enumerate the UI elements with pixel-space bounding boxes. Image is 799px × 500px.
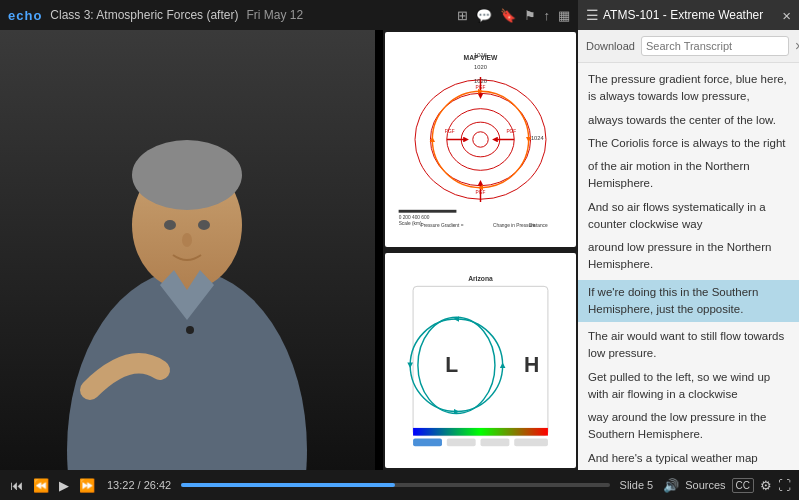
close-transcript-button[interactable]: ×: [795, 38, 799, 54]
transcript-block[interactable]: The air would want to still flow towards…: [588, 328, 789, 363]
chat-icon[interactable]: 💬: [476, 8, 492, 23]
svg-rect-10: [389, 48, 572, 231]
download-button[interactable]: Download: [586, 40, 635, 52]
rewind-button[interactable]: ⏪: [31, 478, 51, 493]
svg-rect-44: [481, 439, 510, 447]
sources-button[interactable]: Sources: [685, 479, 725, 491]
svg-point-9: [186, 326, 194, 334]
svg-text:1016: 1016: [474, 52, 487, 58]
svg-text:Pressure Gradient =: Pressure Gradient =: [420, 223, 463, 228]
slide-indicator: Slide 5: [620, 479, 654, 491]
close-panel-icon[interactable]: ×: [782, 7, 791, 24]
right-panel: Download × The pressure gradient force, …: [578, 30, 799, 470]
grid-icon[interactable]: ⊞: [457, 8, 468, 23]
svg-rect-41: [413, 428, 548, 436]
echo-logo: echo: [8, 8, 42, 23]
slide-panel: MAP VIEW 1016 1020 1020 1024: [383, 30, 578, 470]
slide-bottom-svg: Arizona L H: [389, 257, 572, 464]
svg-point-7: [198, 220, 210, 230]
svg-rect-42: [413, 439, 442, 447]
transcript-block[interactable]: The pressure gradient force, blue here, …: [588, 71, 789, 106]
svg-rect-43: [447, 439, 476, 447]
svg-text:PGF: PGF: [445, 129, 455, 134]
hamburger-icon: ☰: [586, 7, 599, 23]
cc-button[interactable]: CC: [732, 478, 754, 493]
slide-bottom-frame[interactable]: Arizona L H: [385, 253, 576, 468]
svg-text:H: H: [524, 353, 539, 376]
svg-rect-35: [389, 269, 572, 452]
play-pause-button[interactable]: ▶: [57, 478, 71, 493]
transcript-block[interactable]: If we're doing this in the Southern Hemi…: [578, 280, 799, 323]
svg-text:Distance: Distance: [529, 223, 548, 228]
presenter-video: [0, 30, 375, 470]
panel-title: ATMS-101 - Extreme Weather: [603, 8, 778, 22]
fullscreen-button[interactable]: ⛶: [778, 478, 791, 493]
search-transcript-input[interactable]: [641, 36, 789, 56]
slide-top-svg: MAP VIEW 1016 1020 1020 1024: [389, 36, 572, 243]
svg-rect-29: [399, 210, 457, 213]
presenter-silhouette: [0, 30, 375, 470]
upload-icon[interactable]: ↑: [544, 8, 551, 23]
svg-text:PGF: PGF: [506, 129, 516, 134]
svg-rect-45: [514, 439, 548, 447]
slide-top-frame[interactable]: MAP VIEW 1016 1020 1020 1024: [385, 32, 576, 247]
transcript-block[interactable]: And here's a typical weather map showing…: [588, 450, 789, 471]
transcript-block[interactable]: way around the low pressure in the South…: [588, 409, 789, 444]
transcript-block[interactable]: And so air flows systematically in a cou…: [588, 199, 789, 234]
progress-bar-fill: [181, 483, 395, 487]
svg-text:0  200 400 600: 0 200 400 600: [399, 215, 430, 220]
volume-icon[interactable]: 🔊: [663, 478, 679, 493]
svg-point-8: [182, 233, 192, 247]
transcript-block[interactable]: of the air motion in the Northern Hemisp…: [588, 158, 789, 193]
svg-text:1020: 1020: [474, 64, 487, 70]
transcript-block[interactable]: Get pulled to the left, so we wind up wi…: [588, 369, 789, 404]
svg-text:1024: 1024: [531, 135, 545, 141]
svg-text:L: L: [445, 353, 458, 376]
skip-back-button[interactable]: ⏮: [8, 478, 25, 493]
date-label: Fri May 12: [246, 8, 303, 22]
progress-bar[interactable]: [181, 483, 609, 487]
transcript-area[interactable]: The pressure gradient force, blue here, …: [578, 63, 799, 470]
svg-text:Scale (km): Scale (km): [399, 221, 422, 226]
bottom-bar: ⏮ ⏪ ▶ ⏩ 13:22 / 26:42 Slide 5 🔊 Sources …: [0, 470, 799, 500]
bookmark-icon[interactable]: 🔖: [500, 8, 516, 23]
svg-text:Arizona: Arizona: [468, 275, 493, 282]
svg-text:PGF: PGF: [476, 190, 486, 195]
course-title: Class 3: Atmospheric Forces (after): [50, 8, 238, 22]
fast-forward-button[interactable]: ⏩: [77, 478, 97, 493]
settings-button[interactable]: ⚙: [760, 478, 772, 493]
svg-point-6: [164, 220, 176, 230]
svg-point-4: [132, 140, 242, 210]
transcript-block[interactable]: always towards the center of the low.: [588, 112, 789, 129]
transcript-block[interactable]: around low pressure in the Northern Hemi…: [588, 239, 789, 274]
time-display: 13:22 / 26:42: [107, 479, 171, 491]
flag-icon[interactable]: ⚑: [524, 8, 536, 23]
svg-text:PGF: PGF: [476, 85, 486, 90]
panel-toolbar: Download ×: [578, 30, 799, 63]
transcript-block[interactable]: The Coriolis force is always to the righ…: [588, 135, 789, 152]
grid2-icon[interactable]: ▦: [558, 8, 570, 23]
